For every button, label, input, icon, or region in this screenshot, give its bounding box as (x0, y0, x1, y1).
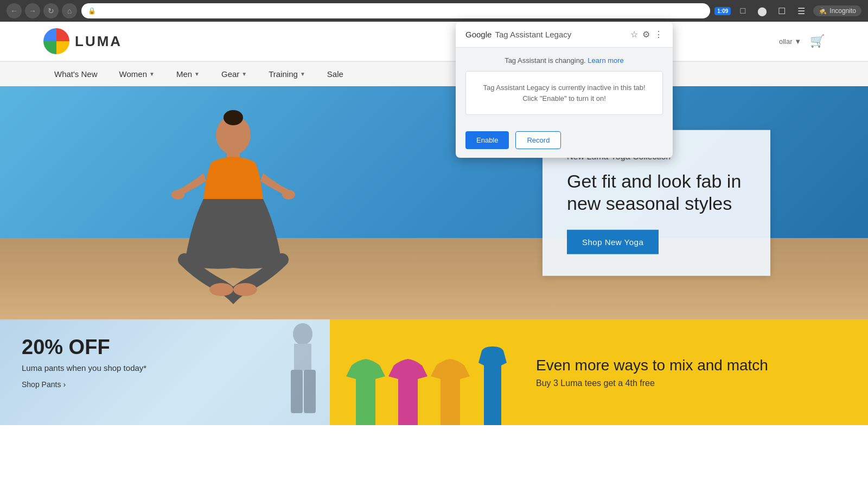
blue-tee-svg (473, 346, 512, 425)
popup-header-actions: ☆ ⚙ ⋮ (630, 29, 663, 40)
pants-person-svg (270, 322, 330, 425)
banner-left: 20% OFF Luma pants when you shop today* … (0, 319, 330, 425)
popup-title: Tag Assistant Legacy (495, 30, 571, 39)
chevron-down-icon: ▼ (241, 71, 247, 77)
svg-point-6 (233, 283, 257, 296)
incognito-badge: 🕵 Incognito (813, 5, 861, 16)
hero-card-title: Get fit and look fab in new seasonal sty… (567, 170, 746, 215)
record-button[interactable]: Record (515, 131, 561, 149)
popup-header-left: Google Tag Assistant Legacy (465, 30, 571, 39)
popup-footer: Enable Record (456, 131, 673, 158)
tees-display (346, 346, 512, 425)
header-right: ollar ▼ 🛒 (779, 34, 825, 48)
popup-info-box: Tag Assistant Legacy is currently inacti… (465, 71, 663, 115)
bottom-banners: 20% OFF Luma pants when you shop today* … (0, 319, 868, 425)
incognito-label: Incognito (829, 7, 856, 15)
svg-rect-8 (294, 344, 311, 371)
header-top: LUMA ollar ▼ 🛒 (43, 22, 825, 61)
banner-discount-subtitle: Luma pants when you shop today* (22, 362, 308, 374)
banner-mix-subtitle: Buy 3 Luma tees get a 4th free (536, 378, 846, 388)
nav-item-men[interactable]: Men ▼ (165, 62, 210, 86)
svg-point-3 (171, 190, 184, 200)
logo-area[interactable]: LUMA (43, 28, 122, 54)
svg-point-5 (209, 283, 233, 296)
popup-header: Google Tag Assistant Legacy ☆ ⚙ ⋮ (456, 22, 673, 48)
logo-text: LUMA (75, 33, 122, 50)
shop-pants-link[interactable]: Shop Pants › (22, 380, 308, 389)
svg-rect-9 (291, 370, 303, 413)
enable-button[interactable]: Enable (465, 131, 509, 149)
luma-logo-icon (43, 28, 69, 54)
site-nav: What's New Women ▼ Men ▼ Gear ▼ Training… (0, 61, 868, 86)
learn-more-link[interactable]: Learn more (588, 56, 623, 65)
hero-figure (130, 92, 336, 319)
lock-icon: 🔒 (88, 7, 96, 15)
banner-right: Even more ways to mix and match Buy 3 Lu… (330, 319, 868, 425)
url-input[interactable]: https://ga4.weltpixel.com (99, 7, 704, 15)
nav-item-gear[interactable]: Gear ▼ (210, 62, 258, 86)
chevron-down-icon: ▼ (300, 71, 305, 77)
nav-item-women[interactable]: Women ▼ (108, 62, 165, 86)
menu-icon-btn[interactable]: ☰ (794, 3, 809, 18)
puzzle-icon-btn[interactable]: ☐ (774, 3, 789, 18)
address-bar[interactable]: 🔒 https://ga4.weltpixel.com (81, 3, 710, 18)
svg-point-7 (293, 323, 312, 345)
yoga-person-svg (146, 102, 320, 319)
chevron-down-icon: ▼ (149, 71, 155, 77)
svg-point-4 (282, 190, 295, 200)
cart-icon[interactable]: 🛒 (810, 34, 825, 48)
orange-tee-svg (431, 355, 470, 425)
svg-point-1 (224, 110, 243, 125)
forward-button[interactable]: → (25, 3, 40, 18)
nav-item-sale[interactable]: Sale (316, 62, 354, 86)
banner-mix-title: Even more ways to mix and match (536, 356, 846, 375)
tag-assistant-popup: Google Tag Assistant Legacy ☆ ⚙ ⋮ Tag As… (456, 22, 673, 158)
refresh-button[interactable]: ↻ (43, 3, 59, 18)
home-button[interactable]: ⌂ (62, 3, 77, 18)
time-badge: 1:09 (714, 7, 731, 15)
back-button[interactable]: ← (7, 3, 22, 18)
shop-new-yoga-button[interactable]: Shop New Yoga (567, 229, 659, 254)
pink-tee-svg (388, 355, 427, 425)
extensions-button[interactable]: □ (735, 3, 750, 18)
browser-chrome: ← → ↻ ⌂ 🔒 https://ga4.weltpixel.com 1:09… (0, 0, 868, 22)
chrome-icon-btn[interactable]: ⬤ (755, 3, 770, 18)
popup-google-label: Google (465, 30, 492, 39)
browser-nav-buttons: ← → ↻ ⌂ (7, 3, 77, 18)
nav-list: What's New Women ▼ Men ▼ Gear ▼ Training… (0, 62, 868, 86)
popup-changing-text: Tag Assistant is changing. Learn more (465, 56, 663, 65)
site-header: LUMA ollar ▼ 🛒 (0, 22, 868, 61)
more-icon[interactable]: ⋮ (654, 29, 663, 40)
banner-discount-title: 20% OFF (22, 336, 308, 359)
popup-body: Tag Assistant is changing. Learn more Ta… (456, 48, 673, 131)
currency-label: ollar ▼ (779, 37, 801, 46)
nav-item-whats-new[interactable]: What's New (43, 62, 108, 86)
green-tee-svg (346, 355, 385, 425)
hero-banner: New Luma Yoga Collection Get fit and loo… (0, 86, 868, 319)
incognito-icon: 🕵 (819, 7, 827, 15)
browser-right-actions: 1:09 □ ⬤ ☐ ☰ 🕵 Incognito (714, 3, 861, 18)
svg-rect-10 (304, 370, 316, 413)
star-icon[interactable]: ☆ (630, 29, 638, 40)
nav-item-training[interactable]: Training ▼ (258, 62, 316, 86)
arrow-right-icon: › (63, 380, 66, 389)
chevron-down-icon: ▼ (194, 71, 200, 77)
gear-icon[interactable]: ⚙ (642, 29, 650, 40)
